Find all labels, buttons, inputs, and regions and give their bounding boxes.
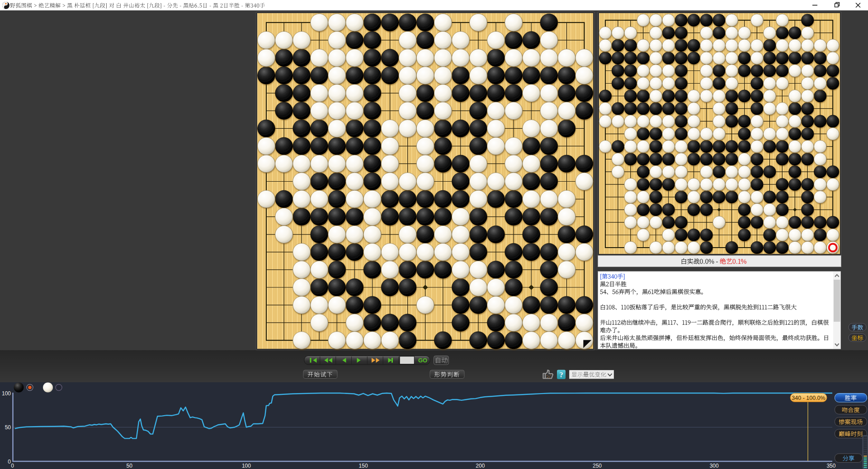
svg-text:200: 200: [476, 463, 485, 469]
svg-text:50: 50: [127, 463, 133, 469]
svg-text:300: 300: [710, 463, 719, 469]
svg-text:100: 100: [2, 390, 11, 397]
svg-text:150: 150: [359, 463, 368, 469]
svg-text:?: ?: [560, 371, 563, 379]
svg-text:340 - 100.0%: 340 - 100.0%: [792, 395, 825, 401]
svg-text:350: 350: [826, 463, 835, 469]
svg-text:GO: GO: [418, 357, 427, 364]
svg-text:250: 250: [593, 463, 602, 469]
svg-text:0: 0: [11, 463, 14, 469]
svg-text:50: 50: [5, 424, 11, 431]
svg-text:100: 100: [242, 463, 251, 469]
